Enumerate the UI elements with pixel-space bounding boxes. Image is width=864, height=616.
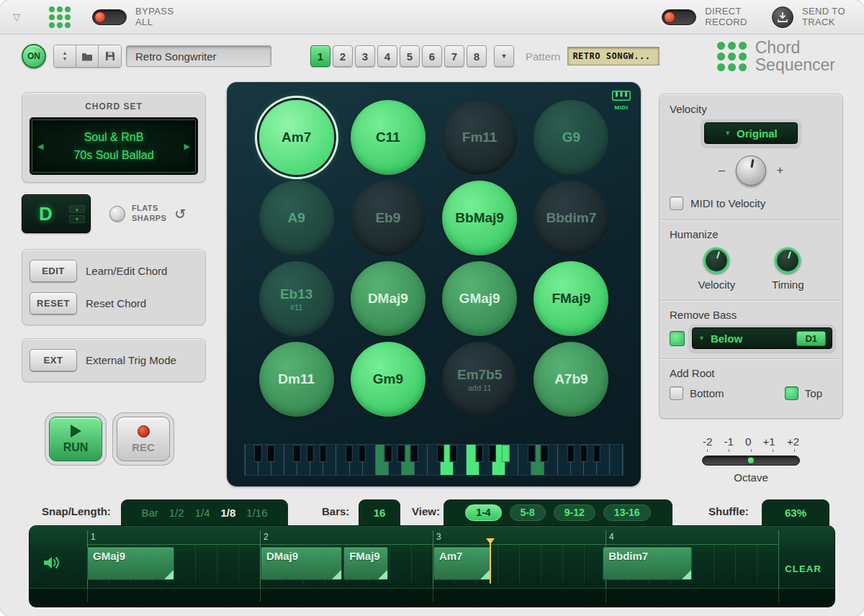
chord-pad-Dm11[interactable]: Dm11: [259, 342, 334, 417]
piano-key-black[interactable]: [489, 445, 497, 462]
humanize-timing-knob[interactable]: [775, 248, 801, 273]
sequencer-lane[interactable]: GMaj9DMaj9FMaj9Am7Bbdim7: [87, 545, 778, 584]
view-option-13-16[interactable]: 13-16: [603, 504, 651, 521]
piano-key-black[interactable]: [410, 445, 418, 462]
view-option-9-12[interactable]: 9-12: [554, 504, 595, 521]
piano-key-black[interactable]: [384, 445, 392, 462]
piano-key-black[interactable]: [267, 445, 275, 462]
playhead[interactable]: [490, 540, 491, 584]
chord-pad-A9[interactable]: A9: [259, 181, 334, 255]
chord-pad-Bbdim7[interactable]: Bbdim7: [534, 181, 608, 255]
folder-button[interactable]: [76, 45, 99, 67]
pattern-button-8[interactable]: 8: [467, 45, 487, 67]
chord-pad-A7b9[interactable]: A7b9: [534, 342, 608, 417]
velocity-mode-dropdown[interactable]: ▼ Original: [704, 122, 798, 144]
chord-set-prev-arrow[interactable]: ◀: [37, 142, 43, 151]
snap-option-1/2[interactable]: 1/2: [169, 507, 184, 519]
on-button[interactable]: ON: [22, 44, 46, 68]
octave-slider[interactable]: [702, 456, 800, 466]
patch-spinner-button[interactable]: ▲ ▼: [54, 45, 76, 67]
piano-key-black[interactable]: [254, 445, 262, 462]
remove-bass-checkbox[interactable]: [670, 331, 685, 346]
piano-key-black[interactable]: [306, 445, 314, 462]
add-root-row: Bottom Top: [670, 386, 832, 400]
pattern-name-display[interactable]: RETRO SONGW...: [567, 47, 660, 65]
sequencer-block-Am7[interactable]: Am7: [433, 547, 490, 580]
chord-pad-GMaj9[interactable]: GMaj9: [442, 261, 517, 336]
save-button[interactable]: [99, 45, 121, 67]
key-down-arrow[interactable]: ▼: [69, 215, 85, 223]
bars-value[interactable]: 16: [374, 507, 386, 519]
pattern-button-3[interactable]: 3: [355, 45, 375, 67]
humanize-velocity-knob[interactable]: [703, 248, 729, 273]
view-option-1-4[interactable]: 1-4: [465, 504, 501, 521]
piano-key-black[interactable]: [502, 445, 510, 462]
piano-key-black[interactable]: [476, 445, 484, 462]
snap-option-1/8[interactable]: 1/8: [221, 507, 236, 519]
edit-button[interactable]: EDIT: [30, 260, 77, 282]
midi-to-velocity-checkbox[interactable]: [670, 196, 683, 210]
sequencer-block-Bbdim7[interactable]: Bbdim7: [603, 547, 692, 580]
pattern-button-1[interactable]: 1: [310, 45, 330, 67]
chord-pad-BbMaj9[interactable]: BbMaj9: [442, 181, 517, 255]
piano-key-black[interactable]: [397, 445, 405, 462]
chevron-down-icon[interactable]: ▽: [13, 12, 20, 22]
send-to-track-icon[interactable]: [772, 6, 793, 28]
piano-key-black[interactable]: [580, 445, 588, 462]
chord-pad-C11[interactable]: C11: [351, 100, 426, 175]
key-selector[interactable]: D ▲ ▼: [22, 194, 91, 233]
sequencer-block-DMaj9[interactable]: DMaj9: [261, 547, 342, 580]
snap-option-1/16[interactable]: 1/16: [246, 507, 267, 519]
remove-bass-dropdown[interactable]: ▼ Below D1: [692, 327, 832, 349]
sequencer-block-GMaj9[interactable]: GMaj9: [87, 547, 174, 580]
snap-option-Bar[interactable]: Bar: [141, 507, 158, 519]
sequencer-block-FMaj9[interactable]: FMaj9: [343, 547, 387, 580]
pattern-button-2[interactable]: 2: [333, 45, 353, 67]
pattern-button-5[interactable]: 5: [400, 45, 420, 67]
piano-key-black[interactable]: [449, 445, 457, 462]
octave-ticks: [702, 449, 800, 452]
bypass-toggle[interactable]: [92, 9, 127, 25]
piano-key-black[interactable]: [541, 445, 549, 462]
run-button[interactable]: RUN: [49, 417, 102, 461]
piano-key-white[interactable]: [610, 445, 623, 475]
piano-key-black[interactable]: [567, 445, 575, 462]
chord-pad-FMaj9[interactable]: FMaj9: [534, 261, 608, 336]
flats-sharps-toggle[interactable]: [109, 206, 125, 222]
pattern-dropdown-button[interactable]: ▼: [494, 45, 514, 67]
piano-key-black[interactable]: [319, 445, 327, 462]
ext-button[interactable]: EXT: [30, 349, 77, 371]
chord-pad-Am7[interactable]: Am7: [259, 100, 334, 175]
chord-pad-Gm9[interactable]: Gm9: [351, 342, 426, 417]
pattern-button-6[interactable]: 6: [422, 45, 442, 67]
chord-pad-Em7b5[interactable]: Em7b5add 11: [442, 342, 517, 417]
piano-key-black[interactable]: [346, 445, 354, 462]
chord-pad-Eb9[interactable]: Eb9: [351, 181, 426, 255]
shuffle-value[interactable]: 63%: [785, 507, 806, 519]
rec-button[interactable]: REC: [117, 417, 170, 461]
speaker-icon[interactable]: [42, 555, 61, 574]
patch-name-field[interactable]: Retro Songwriter: [126, 45, 271, 67]
piano-key-black[interactable]: [528, 445, 536, 462]
chord-pad-DMaj9[interactable]: DMaj9: [351, 261, 426, 336]
chord-pad-G9[interactable]: G9: [534, 100, 608, 175]
direct-record-toggle[interactable]: [662, 9, 696, 25]
velocity-knob[interactable]: [736, 155, 766, 186]
reset-button[interactable]: RESET: [30, 292, 77, 314]
view-option-5-8[interactable]: 5-8: [510, 504, 546, 521]
pattern-button-7[interactable]: 7: [444, 45, 464, 67]
key-up-arrow[interactable]: ▲: [69, 205, 85, 213]
chord-set-next-arrow[interactable]: ▶: [184, 142, 190, 151]
piano-key-black[interactable]: [293, 445, 301, 462]
snap-option-1/4[interactable]: 1/4: [195, 507, 210, 519]
piano-key-black[interactable]: [593, 445, 601, 462]
pattern-button-4[interactable]: 4: [377, 45, 397, 67]
add-root-top-checkbox[interactable]: [785, 386, 798, 400]
octave-slider-knob[interactable]: [747, 457, 755, 465]
piano-key-black[interactable]: [436, 445, 444, 462]
piano-key-black[interactable]: [359, 445, 366, 462]
chord-pad-Fm11[interactable]: Fm11: [442, 100, 517, 175]
add-root-bottom-checkbox[interactable]: [670, 386, 683, 400]
clear-button[interactable]: CLEAR: [785, 563, 822, 574]
chord-pad-Eb13[interactable]: Eb13#11: [259, 261, 334, 336]
